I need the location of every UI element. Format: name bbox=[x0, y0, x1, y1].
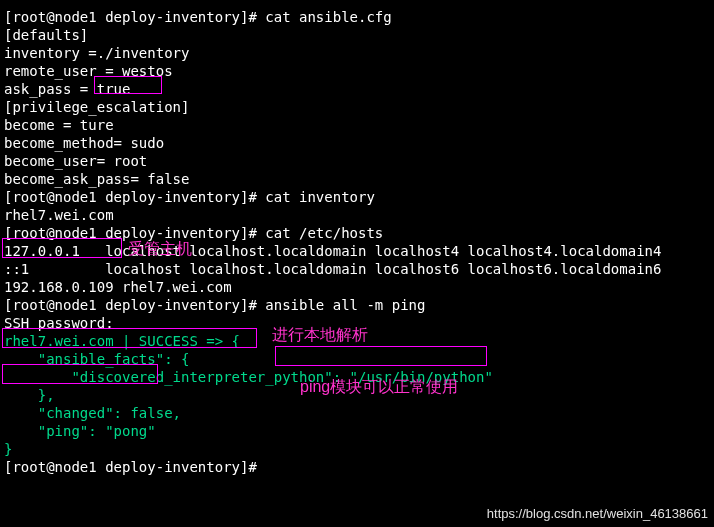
hosts-ipv4-localhost: 127.0.0.1 localhost localhost.localdomai… bbox=[4, 242, 710, 260]
cmd-cat-hosts: [root@node1 deploy-inventory]# cat /etc/… bbox=[4, 224, 710, 242]
result-close: } bbox=[4, 440, 710, 458]
cfg-remote-user: remote_user = westos bbox=[4, 62, 710, 80]
result-changed: "changed": false, bbox=[4, 404, 710, 422]
hosts-rhel7: 192.168.0.109 rhel7.wei.com bbox=[4, 278, 710, 296]
result-ansible-facts: "ansible_facts": { bbox=[4, 350, 710, 368]
cfg-become-ask-pass: become_ask_pass= false bbox=[4, 170, 710, 188]
inventory-host: rhel7.wei.com bbox=[4, 206, 710, 224]
result-facts-close: }, bbox=[4, 386, 710, 404]
cmd-cat-inventory: [root@node1 deploy-inventory]# cat inven… bbox=[4, 188, 710, 206]
cfg-privilege-header: [privilege_escalation] bbox=[4, 98, 710, 116]
watermark: https://blog.csdn.net/weixin_46138661 bbox=[487, 505, 708, 523]
cfg-inventory: inventory =./inventory bbox=[4, 44, 710, 62]
cmd-ansible-ping: [root@node1 deploy-inventory]# ansible a… bbox=[4, 296, 710, 314]
cfg-become-method: become_method= sudo bbox=[4, 134, 710, 152]
result-host-success: rhel7.wei.com | SUCCESS => { bbox=[4, 332, 710, 350]
result-ping: "ping": "pong" bbox=[4, 422, 710, 440]
ssh-password-prompt: SSH password: bbox=[4, 314, 710, 332]
terminal-output: [root@node1 deploy-inventory]# cat ansib… bbox=[4, 8, 710, 476]
hosts-ipv6-localhost: ::1 localhost localhost.localdomain loca… bbox=[4, 260, 710, 278]
shell-prompt[interactable]: [root@node1 deploy-inventory]# bbox=[4, 458, 710, 476]
cfg-ask-pass: ask_pass = true bbox=[4, 80, 710, 98]
cfg-defaults-header: [defaults] bbox=[4, 26, 710, 44]
cfg-become-user: become_user= root bbox=[4, 152, 710, 170]
cmd-cat-ansible-cfg: [root@node1 deploy-inventory]# cat ansib… bbox=[4, 8, 710, 26]
cfg-become: become = ture bbox=[4, 116, 710, 134]
result-interpreter: "discovered_interpreter_python": "/usr/b… bbox=[4, 368, 710, 386]
